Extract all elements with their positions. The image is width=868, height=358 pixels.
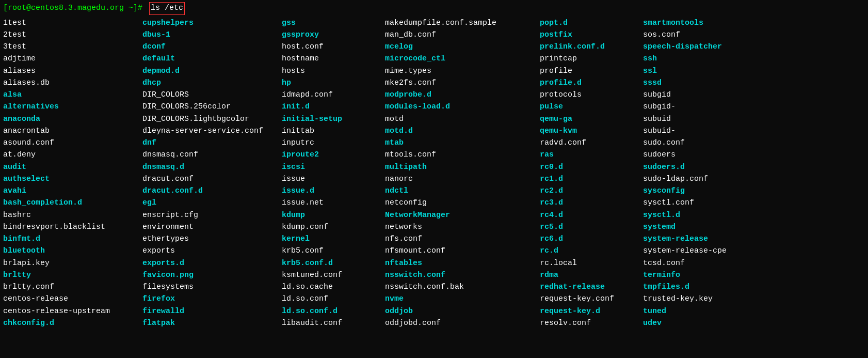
file-entry: dhcp <box>142 77 282 89</box>
file-entry: ssh <box>643 53 746 65</box>
file-entry: authselect <box>3 173 142 185</box>
file-entry: favicon.png <box>142 269 282 281</box>
file-entry: alternatives <box>3 101 142 113</box>
file-entry: 3test <box>3 41 142 53</box>
file-entry: audit <box>3 161 142 173</box>
file-entry: depmod.d <box>142 65 282 77</box>
file-entry: egl <box>142 197 282 209</box>
file-entry: host.conf <box>282 41 385 53</box>
file-entry: dleyna-server-service.conf <box>142 125 282 137</box>
file-entry: 2test <box>3 29 142 41</box>
column-1: cupshelpersdbus-1dconfdefaultdepmod.ddhc… <box>142 17 282 330</box>
file-entry: terminfo <box>643 269 746 281</box>
file-entry: ndctl <box>385 185 540 197</box>
file-entry: filesystems <box>142 281 282 293</box>
file-entry: sos.conf <box>643 29 746 41</box>
file-entry: DIR_COLORS.256color <box>142 101 282 113</box>
file-entry: modules-load.d <box>385 101 540 113</box>
file-entry: nfs.conf <box>385 233 540 245</box>
file-entry: nfsmount.conf <box>385 245 540 257</box>
file-entry: sudoers <box>643 149 746 161</box>
file-entry: alsa <box>3 89 142 101</box>
file-entry: default <box>142 53 282 65</box>
file-entry: oddjobd.conf <box>385 317 540 329</box>
file-entry: gss <box>282 17 385 29</box>
file-entry: flatpak <box>142 317 282 329</box>
file-entry: rc5.d <box>540 221 643 233</box>
file-entry: tmpfiles.d <box>643 281 746 293</box>
prompt-line: [root@centos8.3.magedu.org ~]# ls /etc <box>3 2 865 15</box>
file-entry: centos-release <box>3 293 142 305</box>
file-entry: ld.so.conf.d <box>282 305 385 317</box>
file-entry: at.deny <box>3 149 142 161</box>
file-entry: aliases.db <box>3 77 142 89</box>
file-entry: gssproxy <box>282 29 385 41</box>
file-entry: exports.d <box>142 257 282 269</box>
file-entry: brltty.conf <box>3 281 142 293</box>
file-entry: kdump.conf <box>282 221 385 233</box>
file-entry: enscript.cfg <box>142 209 282 221</box>
file-entry: request-key.conf <box>540 293 643 305</box>
file-entry: dnf <box>142 137 282 149</box>
file-entry: anacrontab <box>3 125 142 137</box>
file-entry: rc3.d <box>540 197 643 209</box>
file-entry: cupshelpers <box>142 17 282 29</box>
file-entry: profile <box>540 65 643 77</box>
file-entry: man_db.conf <box>385 29 540 41</box>
file-entry: netconfig <box>385 197 540 209</box>
file-entry: rc.d <box>540 245 643 257</box>
file-entry: krb5.conf <box>282 245 385 257</box>
command-highlight: ls /etc <box>149 2 185 15</box>
file-entry: trusted-key.key <box>643 293 746 305</box>
file-entry: brlapi.key <box>3 257 142 269</box>
column-0: 1test2test3testadjtimealiasesaliases.dba… <box>3 17 142 330</box>
file-entry: rc6.d <box>540 233 643 245</box>
file-entry: motd.d <box>385 125 540 137</box>
file-entry: kernel <box>282 233 385 245</box>
column-5: smartmontoolssos.confspeech-dispatcherss… <box>643 17 746 330</box>
file-entry: sssd <box>643 77 746 89</box>
file-entry: prelink.conf.d <box>540 41 643 53</box>
file-entry: exports <box>142 245 282 257</box>
file-entry: mtools.conf <box>385 149 540 161</box>
file-entry: iproute2 <box>282 149 385 161</box>
file-entry: redhat-release <box>540 281 643 293</box>
file-entry: environment <box>142 221 282 233</box>
file-entry: issue <box>282 173 385 185</box>
file-entry: subgid <box>643 89 746 101</box>
file-entry: anaconda <box>3 113 142 125</box>
file-entry: asound.conf <box>3 137 142 149</box>
column-3: makedumpfile.conf.sampleman_db.confmcelo… <box>385 17 540 330</box>
file-entry: ld.so.conf <box>282 293 385 305</box>
file-entry: sysconfig <box>643 185 746 197</box>
file-entry: bash_completion.d <box>3 197 142 209</box>
file-entry: mtab <box>385 137 540 149</box>
file-entry: adjtime <box>3 53 142 65</box>
file-entry: postfix <box>540 29 643 41</box>
file-entry: nanorc <box>385 173 540 185</box>
file-entry: tuned <box>643 305 746 317</box>
column-2: gssgssproxyhost.confhostnamehostshpidmap… <box>282 17 385 330</box>
file-entry: inittab <box>282 125 385 137</box>
file-entry: rc1.d <box>540 173 643 185</box>
terminal-window: [root@centos8.3.magedu.org ~]# ls /etc 1… <box>0 0 868 358</box>
file-entry: binfmt.d <box>3 233 142 245</box>
file-entry: qemu-ga <box>540 113 643 125</box>
file-entry: dbus-1 <box>142 29 282 41</box>
file-entry: rc.local <box>540 257 643 269</box>
file-entry: ssl <box>643 65 746 77</box>
file-entry: avahi <box>3 185 142 197</box>
file-entry: init.d <box>282 101 385 113</box>
file-entry: oddjob <box>385 305 540 317</box>
file-entry: nftables <box>385 257 540 269</box>
file-entry: motd <box>385 113 540 125</box>
file-entry: dnsmasq.d <box>142 161 282 173</box>
file-entry: pulse <box>540 101 643 113</box>
file-entry: systemd <box>643 221 746 233</box>
file-entry: issue.net <box>282 197 385 209</box>
file-entry: system-release <box>643 233 746 245</box>
file-entry: hp <box>282 77 385 89</box>
file-entry: 1test <box>3 17 142 29</box>
file-entry: mke2fs.conf <box>385 77 540 89</box>
prompt-user: [root@centos8.3.magedu.org ~]# <box>3 3 142 14</box>
